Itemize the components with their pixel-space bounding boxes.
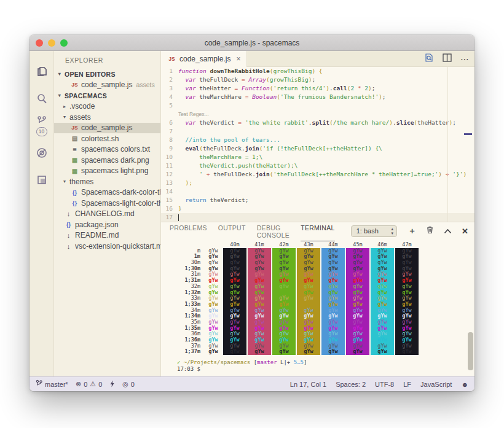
prompt-token: 5…5 xyxy=(294,359,304,365)
lightning-status[interactable] xyxy=(109,380,115,389)
eol-status[interactable]: LF xyxy=(403,381,411,388)
activity-extensions-button[interactable] xyxy=(30,166,54,193)
tree-item-code-sample-js[interactable]: JScode_sample.jsassets xyxy=(54,80,160,91)
tree-item-spacemacs-dark-color-them-[interactable]: {}Spacemacs-dark-color-them… xyxy=(54,187,160,198)
tab-code-sample-js[interactable]: JS code_sample.js × xyxy=(161,51,247,67)
prompt-line: 17:03 $ xyxy=(177,366,474,373)
code-line[interactable]: Test Regex... xyxy=(161,110,474,119)
tree-item-spacemacs-dark-png[interactable]: ▦spacemacs dark.png xyxy=(54,155,160,166)
tree-item-label: spacemacs colors.txt xyxy=(81,145,150,154)
tree-section-open-editors[interactable]: ▾OPEN EDITORS xyxy=(54,69,160,80)
prompt-token: 17:03 $ xyxy=(177,366,200,372)
lightning-icon xyxy=(109,380,115,389)
encoding-status[interactable]: UTF-8 xyxy=(375,381,394,388)
scm-badge: 10 xyxy=(36,127,47,136)
indentation-status[interactable]: Spaces: 2 xyxy=(336,381,366,388)
tree-item-assets[interactable]: ▾assets xyxy=(54,112,160,123)
code-token: var xyxy=(185,76,195,83)
kill-terminal-icon[interactable] xyxy=(426,225,434,236)
line-number: 16 xyxy=(161,204,178,213)
tree-item-spacemacs-light-color-them-[interactable]: {}Spacemacs-light-color-them… xyxy=(54,198,160,209)
tree-item-changelog-md[interactable]: ↓CHANGELOG.md xyxy=(54,209,160,220)
close-panel-icon[interactable]: ✕ xyxy=(462,227,468,236)
panel-tab-problems[interactable]: PROBLEMS xyxy=(170,220,207,241)
close-tab-icon[interactable]: × xyxy=(236,55,240,63)
code-line[interactable]: 15 return theVerdict; xyxy=(161,196,474,204)
code-line[interactable]: 3 var theHatter = Function('return this/… xyxy=(161,84,474,93)
code-token: call xyxy=(333,85,347,91)
code-token xyxy=(178,162,199,169)
terminal-view[interactable]: 40m41m42m43m44m45m46m47mmgYwgYwgYwgYwgYw… xyxy=(161,239,474,376)
tree-item-colortest-sh[interactable]: ▤colortest.sh xyxy=(54,133,160,144)
git-branch-status[interactable]: master* xyxy=(36,379,68,389)
code-line[interactable]: 4 var theMarchHare = Boolean('The frumio… xyxy=(161,93,474,101)
tree-item-vsc-extension-quickstart-md[interactable]: ↓vsc-extension-quickstart.md xyxy=(54,241,160,252)
panel-tab-output[interactable]: OUTPUT xyxy=(218,220,246,241)
codelens-label[interactable]: Test Regex... xyxy=(178,111,209,117)
tree-item-readme-md[interactable]: ↓README.md xyxy=(54,230,160,241)
line-number: 15 xyxy=(161,196,178,204)
code-editor[interactable]: 1function downTheRabbitHole(growThisBig)… xyxy=(161,67,474,222)
tree-item-package-json[interactable]: {}package.json xyxy=(54,219,160,230)
code-line[interactable]: 7 xyxy=(161,127,474,136)
panel-tab-terminal[interactable]: TERMINAL xyxy=(301,220,335,241)
prompt-token: L|+ xyxy=(277,359,294,365)
tree-section-spacemacs[interactable]: ▾SPACEMACS xyxy=(54,90,160,101)
watch-status[interactable]: ◎ 0 xyxy=(122,380,135,388)
code-token xyxy=(178,85,185,91)
panel-tabs: PROBLEMSOUTPUTDEBUG CONSOLETERMINAL xyxy=(170,220,335,241)
colortest-row: 34mgYwgYwgYwgYwgYwgYwgYwgYwgYw xyxy=(177,308,474,314)
tree-item-label: spacemacs light.png xyxy=(81,166,148,175)
more-actions-icon[interactable]: ⋯ xyxy=(460,54,470,64)
code-line[interactable]: 10 theMarchHare = 1;\ xyxy=(161,153,474,161)
code-line[interactable]: 2 var theFullDeck = Array(growThisBig); xyxy=(161,76,474,84)
code-token: ; xyxy=(372,85,376,91)
activity-source-control-button[interactable]: 10 xyxy=(30,112,54,139)
prompt-token: master xyxy=(257,359,277,365)
code-line[interactable]: 13 ); xyxy=(161,179,474,187)
language-mode-status[interactable]: JavaScript xyxy=(420,381,452,388)
activity-explorer-button[interactable] xyxy=(30,58,54,85)
tree-item-code-sample-js[interactable]: JScode_sample.js xyxy=(54,123,160,134)
feedback-smiley-icon[interactable]: ☻ xyxy=(461,381,468,388)
code-line[interactable]: 12 ' + theFullDeck.join('theFullDeck[++t… xyxy=(161,170,474,179)
tree-item-spacemacs-colors-txt[interactable]: ≡spacemacs colors.txt xyxy=(54,144,160,155)
code-line[interactable]: 6 var theVerdict = 'the white rabbit'.sp… xyxy=(161,119,474,127)
code-token: ; xyxy=(245,196,249,203)
code-token: Array xyxy=(248,76,266,83)
editor-group: JS code_sample.js × ⋯ xyxy=(161,51,474,376)
line-number: 3 xyxy=(161,84,178,93)
cursor-position-status[interactable]: Ln 17, Col 1 xyxy=(290,381,326,388)
code-line[interactable]: 11 theVerdict.push(theHatter);\ xyxy=(161,161,474,170)
code-line[interactable]: 5 xyxy=(161,101,474,110)
colortest-row-label: 1;37m xyxy=(177,349,204,355)
activity-debug-button[interactable] xyxy=(30,139,54,166)
problems-status[interactable]: ⊗ 0 ⚠ 0 xyxy=(76,380,102,388)
code-token: theMarchHare = 1;\ xyxy=(199,154,262,160)
open-preview-icon[interactable] xyxy=(424,53,434,65)
tree-item--vscode[interactable]: ▸.vscode xyxy=(54,101,160,112)
file-tree: ▾OPEN EDITORSJScode_sample.jsassets▾SPAC… xyxy=(54,69,160,252)
panel-actions: ＋ ✕ xyxy=(408,225,468,236)
new-terminal-icon[interactable]: ＋ xyxy=(408,225,416,236)
line-number xyxy=(161,110,178,119)
terminal-scrollbar-thumb[interactable] xyxy=(468,332,473,370)
titlebar[interactable]: code_sample.js - spacemacs xyxy=(30,35,474,51)
activity-search-button[interactable] xyxy=(30,85,54,112)
maximize-panel-icon[interactable] xyxy=(444,225,452,236)
panel-tab-debug-console[interactable]: DEBUG CONSOLE xyxy=(257,220,289,241)
code-token: '}' xyxy=(452,171,463,177)
code-line[interactable]: 14 xyxy=(161,187,474,196)
js-file-icon: JS xyxy=(167,56,176,62)
code-line[interactable]: 16} xyxy=(161,204,474,213)
terminal-select[interactable]: 1: bash ▲▼ xyxy=(351,225,397,237)
code-line[interactable]: 8 //into the pool of tears... xyxy=(161,136,474,144)
tree-item-spacemacs-light-png[interactable]: ▦spacemacs light.png xyxy=(54,166,160,177)
colortest-default-cell: gYw xyxy=(204,349,222,355)
code-line[interactable]: 1function downTheRabbitHole(growThisBig)… xyxy=(161,67,474,76)
line-content: return theVerdict; xyxy=(178,196,248,204)
tree-item-themes[interactable]: ▾themes xyxy=(54,176,160,187)
code-token xyxy=(178,145,185,152)
code-line[interactable]: 9 eval(theFullDeck.join('if (!theFullDec… xyxy=(161,144,474,153)
split-editor-icon[interactable] xyxy=(443,53,452,64)
